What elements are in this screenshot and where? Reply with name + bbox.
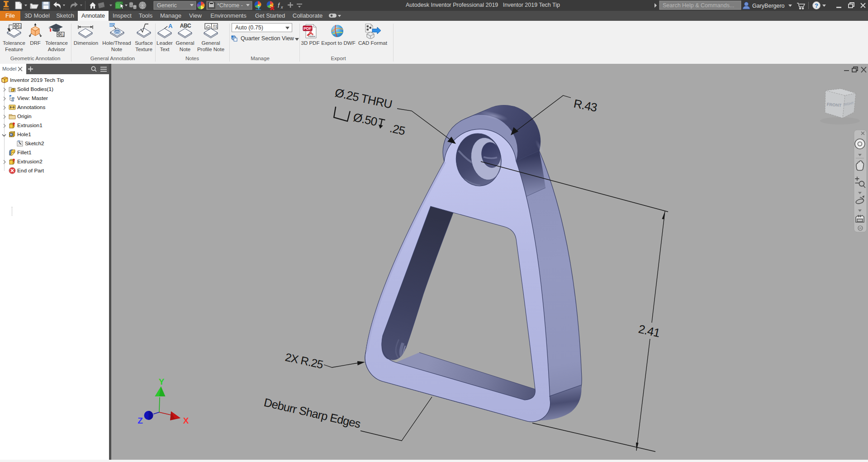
svg-text:R.43: R.43: [573, 96, 598, 114]
svg-text:ABC: ABC: [180, 23, 191, 29]
svg-text:PDF: PDF: [304, 26, 312, 31]
svg-text:Z: Z: [138, 416, 143, 425]
svg-text:1: 1: [19, 24, 21, 29]
svg-text:2X R.25: 2X R.25: [284, 351, 324, 371]
svg-text:Adobe: Adobe: [308, 35, 315, 38]
svg-text:A: A: [168, 23, 173, 29]
svg-text:1: 1: [62, 33, 64, 37]
svg-text:PRO: PRO: [3, 8, 9, 10]
svg-text:Deburr Sharp Edges: Deburr Sharp Edges: [263, 396, 362, 430]
svg-text:f: f: [278, 2, 280, 9]
svg-text:?: ?: [815, 2, 818, 9]
svg-text:2.41: 2.41: [637, 322, 661, 340]
svg-text:Y: Y: [159, 377, 165, 386]
svg-text:Ø.25 THRU: Ø.25 THRU: [334, 86, 394, 111]
svg-text:Generic: Generic: [157, 2, 177, 9]
svg-text:*Chrome -: *Chrome -: [217, 2, 243, 9]
svg-text:GaryBergero: GaryBergero: [752, 3, 785, 9]
svg-text:Search Help & Commands...: Search Help & Commands...: [663, 2, 734, 9]
svg-text:.25: .25: [389, 121, 407, 138]
svg-text:x: x: [280, 5, 283, 10]
svg-text:X: X: [183, 416, 189, 425]
svg-text:FRONT: FRONT: [826, 102, 842, 108]
svg-text:.01: .01: [212, 24, 218, 29]
svg-text:Ø.50: Ø.50: [352, 110, 379, 129]
